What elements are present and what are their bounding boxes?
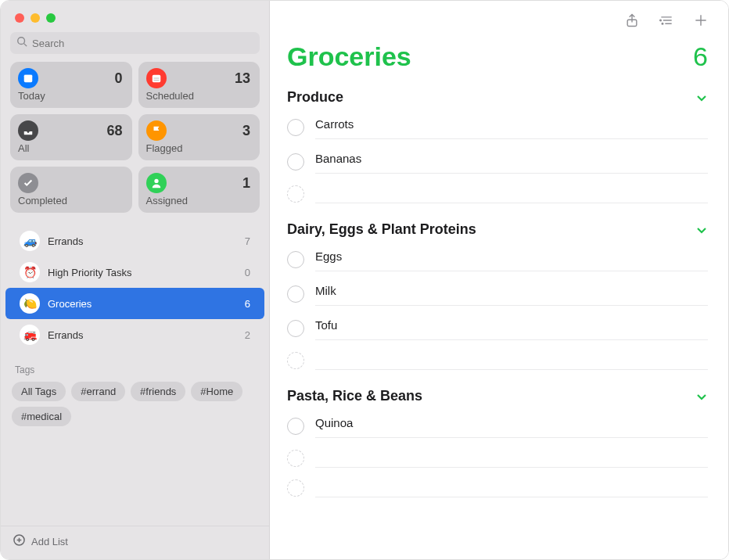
- reminder-title[interactable]: Quinoa: [315, 415, 708, 438]
- list-count: 0: [245, 267, 250, 278]
- complete-toggle[interactable]: [287, 119, 304, 136]
- main-panel: Groceries 6 Produce Carrots Bananas Dair…: [270, 1, 728, 559]
- smart-card-today[interactable]: 0 Today: [10, 62, 132, 108]
- toolbar: [270, 1, 728, 32]
- smart-card-completed[interactable]: Completed: [10, 167, 132, 213]
- reminder-title[interactable]: Tofu: [315, 317, 708, 340]
- svg-line-1: [24, 44, 27, 47]
- complete-toggle[interactable]: [287, 320, 304, 337]
- reminder-title[interactable]: Eggs: [315, 248, 708, 271]
- calendar-lines-icon: [146, 68, 167, 88]
- tag-chip[interactable]: All Tags: [12, 382, 66, 401]
- close-window-button[interactable]: [15, 13, 24, 23]
- zoom-window-button[interactable]: [46, 13, 56, 23]
- search-field[interactable]: [10, 32, 260, 54]
- new-reminder-row[interactable]: [270, 473, 728, 503]
- plus-circle-icon: [13, 534, 25, 548]
- svg-point-0: [18, 38, 25, 45]
- svg-point-15: [660, 20, 662, 21]
- new-reminder-input[interactable]: [315, 185, 708, 203]
- flag-icon: [146, 120, 167, 141]
- new-reminder-row[interactable]: [270, 179, 728, 209]
- complete-toggle[interactable]: [287, 251, 304, 268]
- list-icon: 🚙: [20, 231, 40, 251]
- add-list-label: Add List: [31, 536, 68, 547]
- svg-point-7: [154, 179, 158, 183]
- smart-card-label: All: [18, 142, 123, 154]
- list-label: High Priority Tasks: [48, 267, 237, 278]
- tag-chip[interactable]: #errand: [71, 382, 125, 401]
- sidebar-list-high[interactable]: ⏰ High Priority Tasks 0: [5, 257, 264, 288]
- list-count: 7: [245, 235, 250, 247]
- chevron-down-icon: [695, 390, 708, 403]
- list-label: Groceries: [48, 298, 237, 310]
- svg-rect-3: [24, 75, 33, 77]
- reminder-title[interactable]: Bananas: [315, 150, 708, 174]
- reminder-row[interactable]: Tofu: [270, 311, 728, 346]
- reminder-row[interactable]: Quinoa: [270, 409, 728, 443]
- smart-card-label: Assigned: [146, 195, 251, 206]
- section-header[interactable]: Dairy, Eggs & Plant Proteins: [270, 217, 728, 242]
- check-icon: [18, 173, 38, 193]
- person-icon: [146, 173, 167, 193]
- new-reminder-input[interactable]: [315, 479, 708, 497]
- smart-card-assigned[interactable]: 1 Assigned: [138, 167, 260, 213]
- reminder-row[interactable]: Eggs: [270, 242, 728, 277]
- smart-card-label: Today: [18, 90, 123, 102]
- new-reminder-input[interactable]: [315, 449, 708, 468]
- complete-toggle[interactable]: [287, 285, 304, 303]
- reminder-title[interactable]: Milk: [315, 282, 708, 306]
- add-list-button[interactable]: Add List: [1, 526, 269, 559]
- smart-card-label: Flagged: [146, 142, 251, 154]
- section-title: Dairy, Eggs & Plant Proteins: [287, 221, 476, 238]
- reminder-row[interactable]: Carrots: [270, 110, 728, 145]
- share-button[interactable]: [623, 12, 641, 29]
- sidebar-list-errands1[interactable]: 🚙 Errands 7: [5, 225, 264, 257]
- svg-point-16: [662, 23, 663, 24]
- minimize-window-button[interactable]: [31, 13, 40, 23]
- reminder-row[interactable]: Bananas: [270, 145, 728, 179]
- smart-card-flagged[interactable]: 3 Flagged: [138, 114, 260, 160]
- list-title: Groceries: [287, 41, 411, 72]
- list-icon: 🚒: [20, 325, 40, 345]
- section-header[interactable]: Pasta, Rice & Beans: [270, 383, 728, 409]
- add-reminder-button[interactable]: [692, 12, 709, 29]
- sidebar-list-groceries[interactable]: 🍋 Groceries 6: [5, 288, 264, 319]
- new-reminder-row[interactable]: [270, 346, 728, 375]
- chevron-down-icon: [695, 224, 708, 236]
- list-label: Errands: [48, 235, 237, 247]
- search-icon: [16, 36, 27, 50]
- list-count: 2: [245, 329, 250, 341]
- complete-toggle[interactable]: [287, 418, 304, 435]
- reminder-row[interactable]: Milk: [270, 277, 728, 311]
- tags-heading: Tags: [15, 364, 255, 375]
- calendar-icon: [18, 68, 38, 88]
- view-options-button[interactable]: [658, 12, 675, 29]
- tag-chip[interactable]: #friends: [131, 382, 185, 401]
- smart-card-all[interactable]: 68 All: [10, 114, 132, 160]
- new-reminder-circle-icon: [287, 352, 304, 369]
- list-icon: 🍋: [20, 293, 40, 314]
- list-count: 6: [245, 298, 250, 310]
- new-reminder-row[interactable]: [270, 443, 728, 473]
- tag-chip[interactable]: #medical: [12, 407, 71, 426]
- smart-card-count: 68: [106, 123, 122, 139]
- search-input[interactable]: [32, 38, 253, 49]
- new-reminder-circle-icon: [287, 450, 304, 467]
- section-header[interactable]: Produce: [270, 84, 728, 110]
- reminder-title[interactable]: Carrots: [315, 116, 708, 139]
- smart-card-count: 0: [114, 70, 122, 87]
- smart-card-label: Completed: [18, 195, 123, 206]
- list-label: Errands: [48, 329, 237, 341]
- smart-card-scheduled[interactable]: 13 Scheduled: [138, 62, 260, 108]
- sidebar-list-errands2[interactable]: 🚒 Errands 2: [5, 319, 264, 350]
- list-icon: ⏰: [20, 262, 40, 282]
- complete-toggle[interactable]: [287, 153, 304, 171]
- smart-card-label: Scheduled: [146, 90, 251, 102]
- tag-chip[interactable]: #Home: [191, 382, 242, 401]
- new-reminder-input[interactable]: [315, 351, 708, 370]
- chevron-down-icon: [695, 92, 708, 104]
- tray-icon: [18, 120, 38, 141]
- section-title: Pasta, Rice & Beans: [287, 388, 422, 404]
- window-controls: [1, 1, 269, 29]
